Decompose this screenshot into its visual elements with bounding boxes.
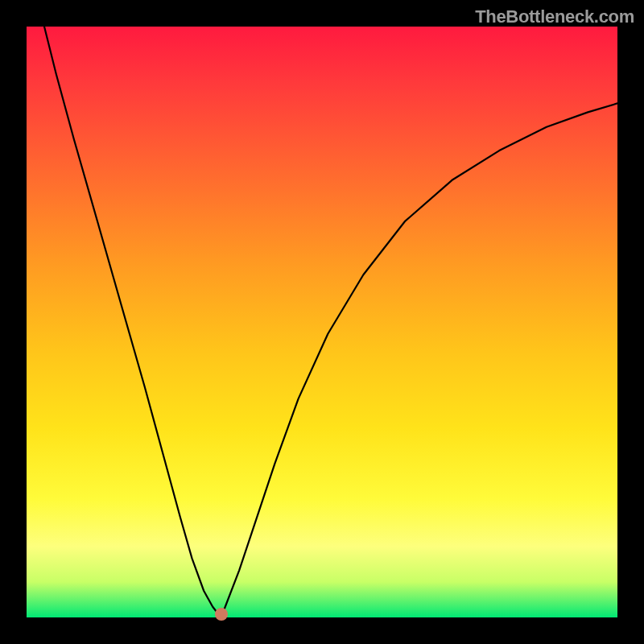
- plot-area: [27, 27, 617, 617]
- curve-svg: [27, 27, 617, 617]
- watermark-text: TheBottleneck.com: [475, 6, 634, 27]
- bottleneck-curve: [44, 27, 617, 614]
- optimal-point-marker: [215, 608, 228, 621]
- chart-frame: TheBottleneck.com: [0, 0, 644, 644]
